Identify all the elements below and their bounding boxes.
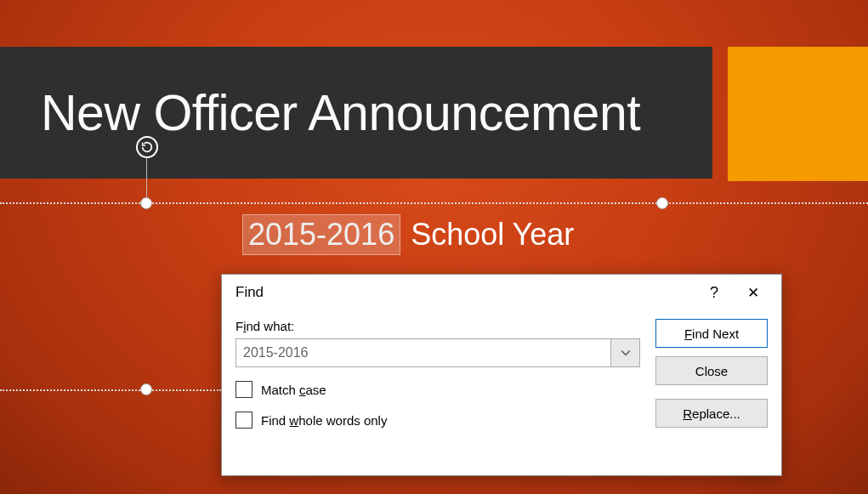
guide-line-top	[0, 202, 868, 204]
match-case-label: Match case	[261, 383, 326, 397]
question-icon: ?	[710, 284, 718, 302]
find-dialog: Find ? ✕ Find what: Match case	[221, 274, 782, 476]
dialog-titlebar[interactable]: Find ? ✕	[222, 275, 781, 310]
selection-handle[interactable]	[140, 383, 152, 395]
close-dialog-button[interactable]: Close	[655, 356, 768, 385]
dialog-title: Find	[235, 284, 695, 301]
close-icon: ✕	[747, 284, 759, 302]
slide-title: New Officer Announcement	[0, 84, 640, 142]
match-case-checkbox[interactable]	[235, 381, 252, 398]
match-case-row: Match case	[235, 381, 640, 398]
selection-handle[interactable]	[140, 197, 152, 209]
close-button[interactable]: ✕	[734, 278, 773, 307]
rotate-connector	[146, 158, 147, 202]
whole-words-label: Find whole words only	[261, 413, 387, 428]
find-what-input[interactable]	[236, 339, 610, 366]
replace-button[interactable]: Replace...	[655, 399, 768, 428]
rotate-handle-icon[interactable]	[136, 136, 158, 158]
find-what-label: Find what:	[235, 319, 640, 333]
find-what-combo	[235, 338, 640, 367]
whole-words-row: Find whole words only	[235, 412, 640, 429]
help-button[interactable]: ?	[695, 278, 734, 307]
guide-line-bottom	[0, 389, 221, 391]
subtitle-rest: School Year	[411, 217, 574, 253]
chevron-down-icon	[621, 348, 631, 358]
find-history-dropdown[interactable]	[610, 339, 639, 366]
find-next-button[interactable]: Find Next	[655, 319, 768, 348]
decorative-rectangle	[728, 47, 868, 181]
title-placeholder[interactable]: New Officer Announcement	[0, 47, 712, 179]
slide-background: New Officer Announcement 2015-2016 Schoo…	[0, 0, 868, 494]
selection-handle[interactable]	[656, 197, 668, 209]
found-text-highlight: 2015-2016	[242, 214, 400, 255]
whole-words-checkbox[interactable]	[235, 412, 252, 429]
subtitle-placeholder[interactable]: 2015-2016 School Year	[242, 214, 574, 255]
dialog-body: Find what: Match case Find whole words o…	[222, 310, 781, 442]
